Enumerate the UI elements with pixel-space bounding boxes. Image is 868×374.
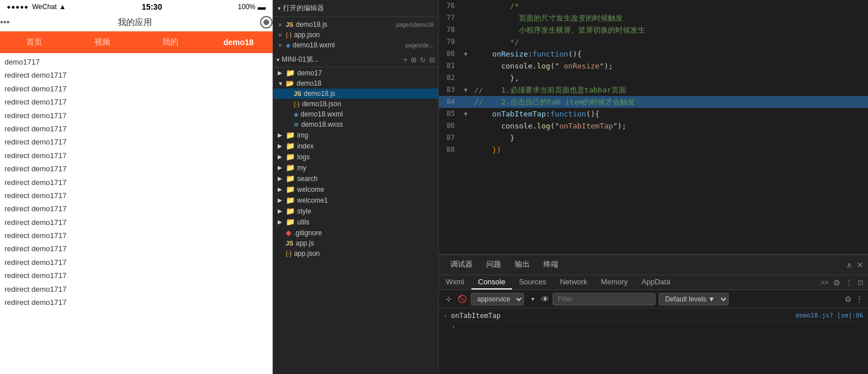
- folder-icon: 📁: [286, 174, 295, 183]
- open-editor-demo18js[interactable]: ✕ JS demo18.js pages\demo18: [273, 19, 438, 30]
- right-panel: ▾ 打开的编辑器 ✕ JS demo18.js pages\demo18 ✕ {…: [273, 0, 868, 374]
- file-demo18wxml[interactable]: ◈ demo18.wxml: [273, 109, 438, 119]
- file-demo18js[interactable]: JS demo18.js: [273, 89, 438, 99]
- tab-output[interactable]: 输出: [508, 256, 537, 274]
- tab-mine[interactable]: 我的: [137, 31, 205, 53]
- tab-appdata[interactable]: AppData: [635, 275, 678, 289]
- refresh-icon[interactable]: ↻: [420, 56, 426, 64]
- folder-demo17[interactable]: ▶ 📁 demo17: [273, 67, 438, 78]
- file-appjs[interactable]: JS app.js: [273, 238, 438, 248]
- clear-console-button[interactable]: 🚫: [457, 294, 467, 304]
- folder-search[interactable]: ▶ 📁 search: [273, 173, 438, 184]
- record-button[interactable]: [260, 16, 273, 29]
- tab-video[interactable]: 视频: [68, 31, 136, 53]
- open-editors-header: ▾ 打开的编辑器: [273, 0, 438, 17]
- tab-network[interactable]: Network: [553, 275, 594, 289]
- new-folder-icon[interactable]: ⊞: [411, 56, 417, 64]
- app-title-bar: ••• 我的应用: [0, 14, 273, 31]
- line-code: onResize:function(){: [470, 48, 582, 60]
- file-gitignore[interactable]: ◆ .gitignore: [273, 227, 438, 238]
- fold-icon: [462, 144, 470, 156]
- file-demo18wxss[interactable]: ≋ demo18.wxss: [273, 119, 438, 130]
- close-panel-icon[interactable]: ✕: [857, 260, 863, 270]
- tab-demo18[interactable]: demo18: [205, 31, 273, 53]
- tab-console[interactable]: Console: [471, 275, 513, 289]
- expand-arrow[interactable]: ›: [443, 312, 447, 320]
- fold-icon[interactable]: ▼: [462, 108, 470, 120]
- chevron-right-icon: ▶: [278, 143, 285, 149]
- levels-selector[interactable]: Default levels ▼: [659, 293, 729, 305]
- eye-icon[interactable]: 👁: [541, 295, 549, 304]
- filter-input[interactable]: [553, 293, 655, 305]
- close-icon[interactable]: ✕: [278, 42, 282, 49]
- git-file-icon: ◆: [286, 228, 291, 237]
- dock-icon[interactable]: ⊡: [858, 279, 863, 287]
- mobile-content-item: redirect demo1717: [5, 122, 268, 135]
- tab-wxml[interactable]: Wxml: [439, 275, 471, 289]
- collapse-icon[interactable]: ⊟: [429, 56, 435, 64]
- folder-style[interactable]: ▶ 📁 style: [273, 206, 438, 216]
- fold-icon[interactable]: ▼: [462, 84, 470, 96]
- file-appjson[interactable]: {·} app.json: [273, 248, 438, 259]
- file-demo18json[interactable]: {·} demo18.json: [273, 99, 438, 109]
- file-name: demo18.wxss: [301, 120, 343, 128]
- mobile-content-item: redirect demo1717: [5, 135, 268, 148]
- mobile-content-item: redirect demo1717: [5, 162, 268, 175]
- new-file-icon[interactable]: +: [403, 56, 407, 64]
- tab-sources[interactable]: Sources: [512, 275, 553, 289]
- mobile-content-item: redirect demo1717: [5, 202, 268, 215]
- folder-icon: 📁: [286, 131, 295, 139]
- folder-utils[interactable]: ▶ 📁 utils: [273, 216, 438, 227]
- tab-memory[interactable]: Memory: [594, 275, 635, 289]
- folder-demo18[interactable]: ▼ 📂 demo18: [273, 78, 438, 89]
- folder-name: index: [297, 142, 314, 150]
- debug-tab-icons: ∧ ✕: [846, 260, 863, 270]
- more-options-icon[interactable]: ⋮: [855, 295, 863, 304]
- gear-icon[interactable]: ⚙: [845, 295, 852, 304]
- tab-home[interactable]: 首页: [0, 31, 68, 53]
- explorer-header-icons: + ⊞ ↻ ⊟: [403, 56, 435, 64]
- console-source-link[interactable]: demo18.js? [sm]:86: [795, 312, 863, 319]
- fold-icon: [462, 132, 470, 144]
- open-editor-demo18wxml[interactable]: ✕ ◈ demo18.wxml pages\de...: [273, 40, 438, 50]
- folder-welcome[interactable]: ▶ 📁 welcome: [273, 184, 438, 195]
- tab-problems[interactable]: 问题: [479, 256, 508, 274]
- code-line: 81 console.log(" onResize");: [439, 60, 868, 72]
- folder-logs[interactable]: ▶ 📁 logs: [273, 151, 438, 162]
- open-editor-appjson[interactable]: ✕ {·} app.json: [273, 30, 438, 40]
- chevron-up-icon[interactable]: ∧: [846, 260, 852, 270]
- folder-welcome1[interactable]: ▶ 📁 welcome1: [273, 195, 438, 206]
- tab-terminal[interactable]: 终端: [537, 256, 565, 274]
- app-title-text: 我的应用: [19, 17, 251, 28]
- close-icon[interactable]: ✕: [278, 32, 282, 38]
- more-options-icon[interactable]: ⋮: [845, 278, 853, 287]
- tab-debugger[interactable]: 调试器: [443, 256, 479, 274]
- app-title-dots[interactable]: •••: [0, 17, 10, 27]
- folder-my[interactable]: ▶ 📁 my: [273, 162, 438, 173]
- code-content[interactable]: 76 /*77 页面的尺寸发生改变的时候触发78 小程序发生横屏、竖屏切换的时候…: [439, 0, 868, 254]
- more-icon[interactable]: >>: [821, 279, 829, 287]
- editor-main: 76 /*77 页面的尺寸发生改变的时候触发78 小程序发生横屏、竖屏切换的时候…: [439, 0, 868, 374]
- time-display: 15:30: [142, 2, 162, 11]
- line-number: 78: [439, 24, 462, 36]
- file-name: demo18.js: [303, 90, 335, 98]
- chevron-right-icon: ▶: [278, 219, 285, 225]
- wxss-file-icon: ≋: [294, 121, 299, 128]
- wxml-file-icon: ◈: [294, 111, 298, 118]
- fold-icon[interactable]: ▼: [462, 48, 470, 60]
- settings-icon[interactable]: ⚙: [833, 278, 841, 287]
- context-selector[interactable]: appservice: [471, 293, 524, 305]
- mobile-content-item: redirect demo1717: [5, 82, 268, 95]
- folder-index[interactable]: ▶ 📁 index: [273, 140, 438, 151]
- explorer-section: ▶ 📁 demo17 ▼ 📂 demo18 JS demo18.js {·} d…: [273, 67, 438, 374]
- folder-img[interactable]: ▶ 📁 img: [273, 130, 438, 140]
- js-file-icon: JS: [286, 240, 293, 247]
- line-number: 79: [439, 36, 462, 48]
- close-icon[interactable]: ✕: [278, 22, 282, 28]
- carrier-name: WeChat: [32, 3, 57, 11]
- file-name: app.json: [294, 250, 319, 258]
- dropdown-icon[interactable]: ▾: [527, 294, 538, 304]
- cursor-button[interactable]: ⊹: [443, 294, 454, 304]
- devtools-tabs: Wxml Console Sources Network Memory AppD…: [439, 275, 868, 290]
- folder-icon: 📁: [286, 163, 295, 172]
